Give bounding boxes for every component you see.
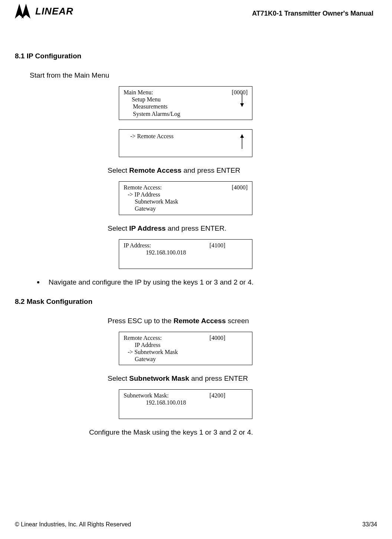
screen-code: [4000]: [209, 334, 225, 341]
text-bold: Remote Access: [129, 166, 182, 174]
arrow-down-icon: [239, 92, 245, 107]
step-text: Press ESC up to the Remote Access screen: [108, 317, 377, 325]
screen-remote-access: Remote Access: [4000] -> IP Address Subn…: [119, 181, 252, 215]
page-number: 33/34: [362, 521, 377, 528]
screen-value: 192.168.100.018: [124, 399, 248, 406]
bullet-text: Navigate and configure the IP by using t…: [49, 278, 254, 286]
screen-title: Main Menu:: [124, 89, 153, 96]
text: Select: [108, 166, 129, 174]
text: and press ENTER: [182, 166, 240, 174]
bullet-item: Navigate and configure the IP by using t…: [37, 278, 377, 286]
text: Select: [108, 224, 129, 232]
screen-code: [4100]: [209, 242, 225, 249]
screen-ip-address: IP Address: [4100] 192.168.100.018: [119, 239, 252, 269]
screen-main-menu: Main Menu: [0000] Setup Menu Measurement…: [119, 86, 252, 120]
screen-remote-access-nav: -> Remote Access: [119, 129, 252, 157]
screen-value: 192.168.100.018: [124, 249, 248, 256]
screen-title: IP Address:: [124, 242, 151, 249]
text-bold: Remote Access: [173, 317, 226, 325]
arrow-up-icon: [239, 134, 245, 149]
screen-title: Remote Access:: [124, 334, 162, 341]
text: and press ENTER.: [166, 224, 226, 232]
screen-title: Remote Access:: [124, 184, 162, 191]
text-bold: Subnetwork Mask: [129, 374, 189, 382]
logo-mark-icon: [15, 4, 33, 19]
text-bold: IP Address: [129, 224, 166, 232]
screen-line: Gateway: [124, 355, 248, 363]
screen-line: System Alarms/Log: [124, 110, 248, 117]
step-text: Select Remote Access and press ENTER: [108, 166, 377, 175]
text: and press ENTER: [189, 374, 248, 382]
screen-code: [4000]: [232, 184, 248, 191]
screen-line: Subnetwork Mask: [124, 198, 248, 205]
screen-line: -> Remote Access: [124, 133, 248, 140]
section-8-2-title: 8.2 Mask Configuration: [15, 298, 377, 306]
section-8-1-intro: Start from the Main Menu: [30, 71, 377, 79]
logo: LINEAR: [15, 4, 74, 19]
page-header: LINEAR AT71K0-1 Transmitter Owner's Manu…: [15, 4, 377, 19]
text: Select: [108, 374, 129, 382]
step-text: Select Subnetwork Mask and press ENTER: [108, 374, 377, 383]
logo-text: LINEAR: [35, 6, 74, 17]
screen-line: Measurements: [124, 103, 248, 110]
screen-line: Setup Menu: [124, 96, 248, 103]
text: Press ESC up to the: [108, 317, 173, 325]
final-text: Configure the Mask using the keys 1 or 3…: [89, 428, 377, 436]
copyright-text: © Linear Industries, Inc. All Rights Res…: [15, 521, 131, 528]
screen-subnetwork-mask: Subnetwork Mask: [4200] 192.168.100.018: [119, 389, 252, 419]
screen-line: Gateway: [124, 205, 248, 212]
text: screen: [226, 317, 249, 325]
manual-title: AT71K0-1 Transmitter Owner's Manual: [252, 10, 373, 17]
section-8-1-title: 8.1 IP Configuration: [15, 52, 377, 60]
screen-code: [4200]: [209, 392, 225, 399]
svg-marker-4: [240, 103, 244, 107]
screen-remote-access-2: Remote Access: [4000] IP Address -> Subn…: [119, 332, 252, 366]
bullet-icon: [37, 281, 39, 283]
screen-title: Subnetwork Mask:: [124, 392, 169, 399]
screen-line: -> IP Address: [124, 191, 248, 198]
screen-line: IP Address: [124, 341, 248, 348]
page-footer: © Linear Industries, Inc. All Rights Res…: [15, 521, 377, 528]
step-text: Select IP Address and press ENTER.: [108, 224, 377, 233]
screen-line: -> Subnetwork Mask: [124, 348, 248, 355]
